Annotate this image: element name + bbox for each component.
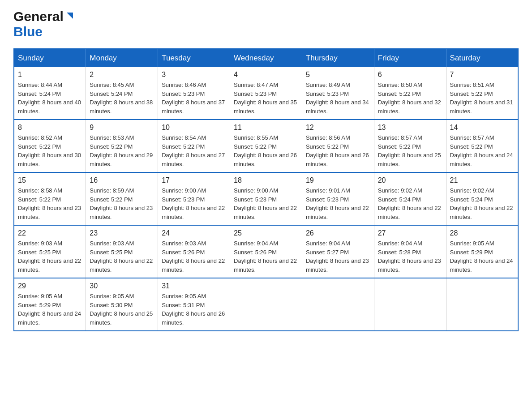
day-number: 12 [306,124,370,132]
day-number: 21 [450,176,514,184]
calendar-cell: 20 Sunrise: 9:02 AM Sunset: 5:24 PM Dayl… [374,172,446,225]
day-number: 24 [162,229,226,237]
day-number: 20 [378,176,442,184]
day-info: Sunrise: 9:03 AM Sunset: 5:25 PM Dayligh… [90,239,154,274]
calendar-cell: 7 Sunrise: 8:51 AM Sunset: 5:22 PM Dayli… [446,67,518,120]
col-header-sunday: Sunday [14,49,86,67]
week-row-1: 1 Sunrise: 8:44 AM Sunset: 5:24 PM Dayli… [14,67,518,120]
day-info: Sunrise: 8:44 AM Sunset: 5:24 PM Dayligh… [18,81,82,116]
day-number: 4 [234,71,298,79]
calendar-cell: 21 Sunrise: 9:02 AM Sunset: 5:24 PM Dayl… [446,172,518,225]
calendar-cell: 9 Sunrise: 8:53 AM Sunset: 5:22 PM Dayli… [86,120,158,172]
calendar-cell: 29 Sunrise: 9:05 AM Sunset: 5:29 PM Dayl… [14,278,86,331]
page-header: General Blue [13,9,519,39]
calendar-cell: 26 Sunrise: 9:04 AM Sunset: 5:27 PM Dayl… [302,225,374,278]
day-info: Sunrise: 8:50 AM Sunset: 5:22 PM Dayligh… [378,81,442,116]
calendar-cell: 5 Sunrise: 8:49 AM Sunset: 5:23 PM Dayli… [302,67,374,120]
day-info: Sunrise: 9:00 AM Sunset: 5:23 PM Dayligh… [162,186,226,221]
calendar-cell: 6 Sunrise: 8:50 AM Sunset: 5:22 PM Dayli… [374,67,446,120]
calendar-cell: 16 Sunrise: 8:59 AM Sunset: 5:22 PM Dayl… [86,172,158,225]
day-number: 31 [162,282,226,290]
day-info: Sunrise: 9:02 AM Sunset: 5:24 PM Dayligh… [450,186,514,221]
day-number: 9 [90,124,154,132]
calendar-cell: 23 Sunrise: 9:03 AM Sunset: 5:25 PM Dayl… [86,225,158,278]
day-number: 23 [90,229,154,237]
day-info: Sunrise: 8:55 AM Sunset: 5:22 PM Dayligh… [234,133,298,168]
day-info: Sunrise: 8:57 AM Sunset: 5:22 PM Dayligh… [450,133,514,168]
day-info: Sunrise: 8:56 AM Sunset: 5:22 PM Dayligh… [306,133,370,168]
day-number: 25 [234,229,298,237]
day-info: Sunrise: 9:01 AM Sunset: 5:23 PM Dayligh… [306,186,370,221]
week-row-3: 15 Sunrise: 8:58 AM Sunset: 5:22 PM Dayl… [14,172,518,225]
col-header-thursday: Thursday [302,49,374,67]
day-info: Sunrise: 9:05 AM Sunset: 5:29 PM Dayligh… [450,239,514,274]
week-row-2: 8 Sunrise: 8:52 AM Sunset: 5:22 PM Dayli… [14,120,518,172]
calendar-cell: 28 Sunrise: 9:05 AM Sunset: 5:29 PM Dayl… [446,225,518,278]
day-info: Sunrise: 8:57 AM Sunset: 5:22 PM Dayligh… [378,133,442,168]
day-number: 11 [234,124,298,132]
col-header-monday: Monday [86,49,158,67]
col-header-tuesday: Tuesday [158,49,230,67]
calendar-cell: 8 Sunrise: 8:52 AM Sunset: 5:22 PM Dayli… [14,120,86,172]
day-number: 17 [162,176,226,184]
day-info: Sunrise: 8:58 AM Sunset: 5:22 PM Dayligh… [18,186,82,221]
day-info: Sunrise: 8:51 AM Sunset: 5:22 PM Dayligh… [450,81,514,116]
logo-blue-text: Blue [13,24,43,39]
day-info: Sunrise: 9:02 AM Sunset: 5:24 PM Dayligh… [378,186,442,221]
day-number: 26 [306,229,370,237]
day-info: Sunrise: 8:53 AM Sunset: 5:22 PM Dayligh… [90,133,154,168]
day-info: Sunrise: 9:04 AM Sunset: 5:26 PM Dayligh… [234,239,298,274]
calendar-cell: 31 Sunrise: 9:05 AM Sunset: 5:31 PM Dayl… [158,278,230,331]
calendar-cell: 15 Sunrise: 8:58 AM Sunset: 5:22 PM Dayl… [14,172,86,225]
day-number: 13 [378,124,442,132]
calendar-cell: 13 Sunrise: 8:57 AM Sunset: 5:22 PM Dayl… [374,120,446,172]
day-number: 5 [306,71,370,79]
calendar-cell: 17 Sunrise: 9:00 AM Sunset: 5:23 PM Dayl… [158,172,230,225]
logo-arrow-icon [65,11,75,22]
day-info: Sunrise: 9:03 AM Sunset: 5:25 PM Dayligh… [18,239,82,274]
calendar-cell: 18 Sunrise: 9:00 AM Sunset: 5:23 PM Dayl… [230,172,302,225]
calendar-cell: 1 Sunrise: 8:44 AM Sunset: 5:24 PM Dayli… [14,67,86,120]
day-number: 7 [450,71,514,79]
day-number: 18 [234,176,298,184]
day-number: 8 [18,124,82,132]
week-row-5: 29 Sunrise: 9:05 AM Sunset: 5:29 PM Dayl… [14,278,518,331]
day-info: Sunrise: 8:59 AM Sunset: 5:22 PM Dayligh… [90,186,154,221]
day-number: 1 [18,71,82,79]
calendar-cell: 19 Sunrise: 9:01 AM Sunset: 5:23 PM Dayl… [302,172,374,225]
logo: General Blue [13,9,75,39]
col-header-wednesday: Wednesday [230,49,302,67]
day-number: 27 [378,229,442,237]
day-info: Sunrise: 9:05 AM Sunset: 5:30 PM Dayligh… [90,292,154,327]
day-number: 29 [18,282,82,290]
day-number: 2 [90,71,154,79]
calendar-cell: 14 Sunrise: 8:57 AM Sunset: 5:22 PM Dayl… [446,120,518,172]
day-info: Sunrise: 8:45 AM Sunset: 5:24 PM Dayligh… [90,81,154,116]
calendar-table: SundayMondayTuesdayWednesdayThursdayFrid… [13,48,519,331]
day-number: 6 [378,71,442,79]
calendar-cell: 27 Sunrise: 9:04 AM Sunset: 5:28 PM Dayl… [374,225,446,278]
svg-marker-0 [67,13,73,19]
day-number: 10 [162,124,226,132]
day-number: 16 [90,176,154,184]
day-info: Sunrise: 8:54 AM Sunset: 5:22 PM Dayligh… [162,133,226,168]
calendar-cell: 12 Sunrise: 8:56 AM Sunset: 5:22 PM Dayl… [302,120,374,172]
calendar-cell: 30 Sunrise: 9:05 AM Sunset: 5:30 PM Dayl… [86,278,158,331]
calendar-cell [374,278,446,331]
day-info: Sunrise: 8:46 AM Sunset: 5:23 PM Dayligh… [162,81,226,116]
day-info: Sunrise: 8:52 AM Sunset: 5:22 PM Dayligh… [18,133,82,168]
day-info: Sunrise: 9:00 AM Sunset: 5:23 PM Dayligh… [234,186,298,221]
day-info: Sunrise: 9:04 AM Sunset: 5:28 PM Dayligh… [378,239,442,274]
week-row-4: 22 Sunrise: 9:03 AM Sunset: 5:25 PM Dayl… [14,225,518,278]
calendar-cell [446,278,518,331]
day-number: 28 [450,229,514,237]
day-number: 14 [450,124,514,132]
day-info: Sunrise: 8:49 AM Sunset: 5:23 PM Dayligh… [306,81,370,116]
day-info: Sunrise: 8:47 AM Sunset: 5:23 PM Dayligh… [234,81,298,116]
calendar-cell: 2 Sunrise: 8:45 AM Sunset: 5:24 PM Dayli… [86,67,158,120]
col-header-saturday: Saturday [446,49,518,67]
day-info: Sunrise: 9:04 AM Sunset: 5:27 PM Dayligh… [306,239,370,274]
logo-general-text: General [13,9,64,24]
calendar-cell: 24 Sunrise: 9:03 AM Sunset: 5:26 PM Dayl… [158,225,230,278]
calendar-header-row: SundayMondayTuesdayWednesdayThursdayFrid… [14,49,518,67]
